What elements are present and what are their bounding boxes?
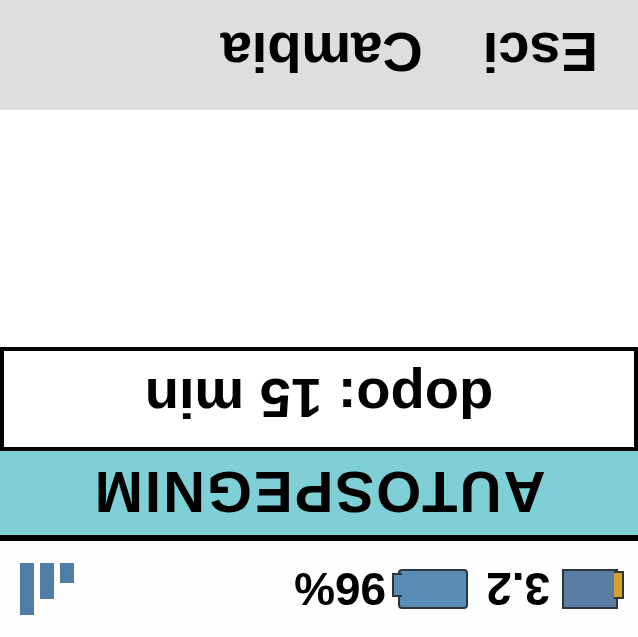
memory-value: 3.2 xyxy=(486,562,550,616)
signal-icon xyxy=(20,563,74,615)
content-area xyxy=(0,110,638,347)
battery-icon xyxy=(398,569,468,609)
status-bar: 3.2 96% xyxy=(0,539,638,637)
softkey-left-label: Esci xyxy=(483,22,598,85)
menu-title: AUTOSPEGNIM xyxy=(0,447,638,539)
device-screen: 3.2 96% AUTOSPEGNIM dopo: 15 min Esci Ca… xyxy=(0,0,638,637)
setting-value-text: dopo: 15 min xyxy=(145,367,493,432)
memory-card-icon xyxy=(562,569,618,609)
setting-value-row[interactable]: dopo: 15 min xyxy=(0,347,638,447)
memory-status: 3.2 xyxy=(486,562,618,616)
battery-status: 96% xyxy=(294,562,468,616)
softkey-left-exit[interactable]: Esci xyxy=(483,21,598,86)
softkey-right-change[interactable]: Cambia xyxy=(221,21,423,86)
softkey-bar: Esci Cambia xyxy=(0,0,638,110)
menu-title-text: AUTOSPEGNIM xyxy=(93,460,546,527)
softkey-right-label: Cambia xyxy=(221,22,423,85)
battery-value: 96% xyxy=(294,562,386,616)
